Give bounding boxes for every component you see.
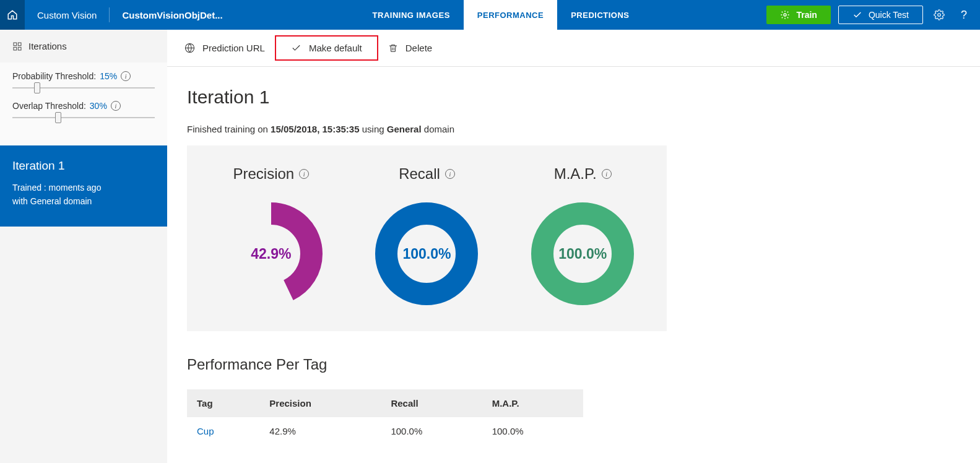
th-map[interactable]: M.A.P.: [482, 389, 583, 417]
overlap-threshold-value: 30%: [90, 101, 107, 111]
precision-title: Precision: [233, 165, 294, 183]
overlap-threshold-label: Overlap Threshold:: [12, 101, 86, 111]
header-actions: Train Quick Test ?: [766, 6, 980, 24]
recall-title: Recall: [399, 165, 440, 183]
metric-precision: Precision i 42.9%: [219, 165, 324, 306]
delete-button[interactable]: Delete: [388, 43, 432, 53]
table-header-row: Tag Precision Recall M.A.P.: [187, 389, 583, 417]
delete-label: Delete: [405, 43, 432, 53]
settings-button[interactable]: [930, 6, 948, 24]
train-button[interactable]: Train: [766, 6, 830, 24]
recall-value: 100.0%: [374, 201, 479, 306]
info-icon[interactable]: i: [602, 169, 612, 179]
tag-link[interactable]: Cup: [187, 417, 259, 445]
svg-point-0: [784, 14, 786, 16]
sidebar-header[interactable]: Iterations: [0, 30, 167, 63]
svg-rect-4: [14, 47, 17, 50]
make-default-label: Make default: [309, 43, 362, 53]
info-icon[interactable]: i: [121, 71, 131, 81]
per-tag-table: Tag Precision Recall M.A.P. Cup 42.9% 10…: [187, 389, 583, 445]
overlap-threshold: Overlap Threshold: 30% i: [12, 101, 155, 118]
check-icon: [291, 43, 301, 53]
map-value: 100.0%: [530, 201, 635, 306]
main-area: Prediction URL Make default Delete Itera…: [167, 30, 980, 463]
globe-icon: [184, 43, 195, 53]
brand-label: Custom Vision: [25, 10, 109, 20]
trash-icon: [388, 43, 398, 53]
cell-precision: 42.9%: [259, 417, 381, 445]
metric-map: M.A.P. i 100.0%: [530, 165, 635, 306]
help-button[interactable]: ?: [955, 6, 973, 24]
iteration-card-meta: Trained : moments ago with General domai…: [12, 181, 155, 208]
map-title: M.A.P.: [554, 165, 597, 183]
app-header: Custom Vision CustomVisionObjDet... TRAI…: [0, 0, 980, 30]
map-ring: 100.0%: [530, 201, 635, 306]
training-status: Finished training on 15/05/2018, 15:35:3…: [187, 124, 960, 134]
sidebar-header-label: Iterations: [28, 41, 67, 51]
precision-value: 42.9%: [219, 201, 324, 306]
info-icon[interactable]: i: [445, 169, 455, 179]
metric-recall: Recall i 100.0%: [374, 165, 479, 306]
iterations-icon: [12, 41, 22, 51]
probability-slider[interactable]: [12, 87, 155, 89]
sidebar: Iterations Probability Threshold: 15% i …: [0, 30, 167, 463]
cell-recall: 100.0%: [381, 417, 482, 445]
gear-icon: [934, 9, 945, 20]
quick-test-button[interactable]: Quick Test: [838, 6, 923, 24]
table-row: Cup 42.9% 100.0% 100.0%: [187, 417, 583, 445]
svg-rect-2: [14, 43, 17, 46]
cell-map: 100.0%: [482, 417, 583, 445]
sidebar-iteration-card[interactable]: Iteration 1 Trained : moments ago with G…: [0, 145, 167, 227]
svg-point-1: [938, 14, 941, 17]
metrics-panel: Precision i 42.9% Recall i: [187, 145, 667, 331]
project-name[interactable]: CustomVisionObjDet...: [110, 10, 235, 20]
svg-rect-5: [18, 47, 21, 50]
probability-threshold-label: Probability Threshold:: [12, 71, 96, 81]
th-precision[interactable]: Precision: [259, 389, 381, 417]
quick-test-label: Quick Test: [869, 10, 909, 20]
tab-predictions[interactable]: PREDICTIONS: [557, 0, 643, 30]
info-icon[interactable]: i: [299, 169, 309, 179]
question-icon: ?: [961, 9, 967, 22]
check-icon: [852, 10, 862, 20]
per-tag-title: Performance Per Tag: [187, 356, 960, 373]
th-tag[interactable]: Tag: [187, 389, 259, 417]
prediction-url-button[interactable]: Prediction URL: [184, 43, 265, 53]
gear-icon: [780, 10, 790, 20]
tab-training-images[interactable]: TRAINING IMAGES: [359, 0, 464, 30]
content: Iteration 1 Finished training on 15/05/2…: [167, 67, 980, 463]
make-default-button[interactable]: Make default: [275, 35, 378, 61]
probability-threshold-value: 15%: [100, 71, 117, 81]
overlap-slider[interactable]: [12, 117, 155, 118]
home-button[interactable]: [0, 0, 25, 30]
main-tabs: TRAINING IMAGES PERFORMANCE PREDICTIONS: [359, 0, 643, 30]
tab-performance[interactable]: PERFORMANCE: [464, 0, 557, 30]
precision-ring: 42.9%: [219, 201, 324, 306]
train-button-label: Train: [796, 10, 817, 20]
info-icon[interactable]: i: [111, 101, 121, 111]
home-icon: [7, 9, 18, 20]
svg-rect-3: [18, 43, 21, 46]
toolbar: Prediction URL Make default Delete: [167, 30, 980, 67]
page-title: Iteration 1: [187, 87, 960, 108]
threshold-panel: Probability Threshold: 15% i Overlap Thr…: [0, 63, 167, 145]
iteration-card-title: Iteration 1: [12, 159, 155, 173]
prediction-url-label: Prediction URL: [202, 43, 265, 53]
recall-ring: 100.0%: [374, 201, 479, 306]
th-recall[interactable]: Recall: [381, 389, 482, 417]
probability-threshold: Probability Threshold: 15% i: [12, 71, 155, 89]
